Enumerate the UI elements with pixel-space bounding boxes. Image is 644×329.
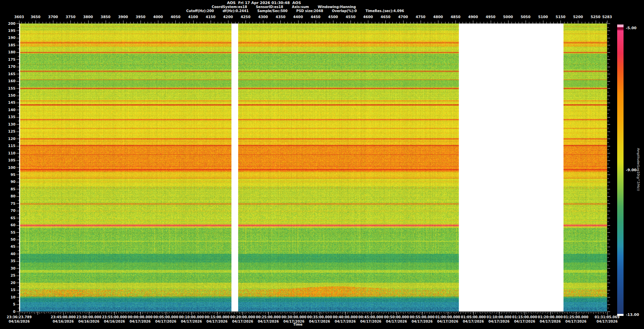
time-axis-minute-tick <box>496 312 496 314</box>
freq-axis-right-major-tick <box>607 96 610 96</box>
time-axis-minor-tick <box>156 312 156 313</box>
colorbar-mid-label: -9.00 <box>626 168 637 172</box>
time-axis-minor-tick <box>438 312 438 313</box>
time-axis-minor-tick <box>72 312 72 313</box>
time-axis-minor-tick <box>228 312 228 313</box>
time-axis-minor-tick <box>581 312 582 313</box>
top-axis-minor-tick <box>267 22 267 23</box>
time-axis-minor-tick <box>484 312 484 313</box>
time-axis-minor-tick <box>571 312 572 313</box>
time-axis-label-time: 01:15:00.000 <box>512 315 537 320</box>
freq-axis-right-major-tick <box>607 124 610 125</box>
time-axis-minor-tick <box>84 312 85 313</box>
time-axis-minute-tick <box>517 312 517 314</box>
time-axis-minor-tick <box>585 312 585 313</box>
time-axis-minute-tick <box>445 312 445 314</box>
time-axis-label-date: 04/17/2026 <box>564 320 588 324</box>
freq-axis-minor-tick <box>18 257 19 258</box>
freq-axis-minor-tick <box>18 171 19 172</box>
time-axis-label-time: 00:15:00.000 <box>205 315 229 320</box>
freq-axis-major-tick <box>16 67 19 67</box>
time-axis-minute-tick <box>35 312 35 314</box>
time-axis-minor-tick <box>428 312 428 313</box>
time-axis-minute-tick <box>234 312 235 314</box>
top-axis-minor-tick <box>424 22 424 23</box>
time-axis-minor-tick <box>528 312 529 313</box>
time-axis-minor-tick <box>498 312 498 313</box>
time-axis-minute-tick <box>419 312 419 314</box>
freq-axis-right-major-tick <box>607 254 610 254</box>
time-axis-minute-tick <box>342 312 342 314</box>
freq-axis-right-minor-tick <box>607 250 609 251</box>
freq-axis-label: 10 <box>4 295 15 299</box>
top-axis-minor-tick <box>540 22 540 23</box>
time-axis-label-time: 00:25:00.000 <box>256 315 281 320</box>
time-axis-label: 01:15:00.00004/17/2026 <box>512 315 537 324</box>
time-axis-minor-tick <box>411 312 411 313</box>
top-axis-major-tick <box>596 20 596 23</box>
top-axis-major-tick <box>228 20 228 23</box>
freq-axis-label: 15 <box>4 288 15 292</box>
time-axis-minor-tick <box>77 312 77 313</box>
time-axis-minor-tick <box>144 312 144 313</box>
time-axis-minute-tick <box>270 312 271 314</box>
time-axis-minor-tick <box>344 312 344 313</box>
time-axis-minor-tick <box>67 312 67 313</box>
time-axis-minor-tick <box>226 312 226 313</box>
freq-axis-minor-tick <box>18 207 19 207</box>
time-axis-label-date: 04/17/2026 <box>486 320 511 324</box>
time-axis-label: 00:25:00.00004/17/2026 <box>256 315 281 324</box>
freq-axis-right-major-tick <box>607 132 610 132</box>
time-axis-minor-tick <box>339 312 339 313</box>
time-axis-minute-tick <box>111 312 112 314</box>
time-axis-minor-tick <box>349 312 349 313</box>
freq-axis-major-tick <box>16 81 19 82</box>
spectrogram-canvas[interactable] <box>19 23 607 312</box>
top-axis-minor-tick <box>463 22 463 23</box>
top-axis-minor-tick <box>50 22 50 23</box>
freq-axis-major-tick <box>16 45 19 45</box>
time-axis-major-tick <box>550 312 551 315</box>
time-axis-minor-tick <box>587 312 587 313</box>
time-axis-minute-tick <box>598 312 599 314</box>
freq-axis-right-minor-tick <box>607 301 609 301</box>
time-axis-minor-tick <box>247 312 247 313</box>
time-axis-minute-tick <box>209 312 209 314</box>
time-axis-major-tick <box>38 312 38 315</box>
time-axis-minute-tick <box>552 312 553 314</box>
time-axis-minor-tick <box>551 312 551 313</box>
time-axis-major-tick <box>422 312 422 315</box>
freq-axis-minor-tick <box>18 308 19 308</box>
top-axis-minor-tick <box>582 22 582 23</box>
time-axis-minor-tick <box>313 312 313 313</box>
top-axis-minor-tick <box>231 22 232 23</box>
time-axis-minute-tick <box>588 312 589 314</box>
time-axis-label-time: 01:25:00.000 <box>564 315 588 320</box>
top-axis-minor-tick <box>347 22 347 23</box>
time-axis-label-time: 00:20:00.000 <box>230 315 255 320</box>
time-axis-minute-tick <box>199 312 199 314</box>
time-axis-minute-tick <box>178 312 178 314</box>
time-axis-minor-tick <box>48 312 49 313</box>
time-axis-minor-tick <box>354 312 355 313</box>
time-axis-minute-tick <box>122 312 122 314</box>
freq-axis-right-minor-tick <box>607 49 609 49</box>
top-axis-major-tick <box>70 20 71 23</box>
freq-axis-right-minor-tick <box>607 142 609 143</box>
time-axis-minute-tick <box>337 312 337 314</box>
time-axis-minor-tick <box>446 312 447 313</box>
time-axis-minute-tick <box>501 312 501 314</box>
time-axis-minor-tick <box>212 312 213 313</box>
top-axis-minor-tick <box>323 22 323 23</box>
freq-axis-minor-tick <box>18 222 19 222</box>
time-axis-minor-tick <box>164 312 165 313</box>
freq-axis-minor-tick <box>18 200 19 200</box>
top-axis-minor-tick <box>435 22 435 23</box>
time-axis-minor-tick <box>169 312 170 313</box>
top-axis-major-tick <box>263 20 263 23</box>
top-axis-major-tick <box>53 20 53 23</box>
top-axis-minor-tick <box>126 22 127 23</box>
top-axis-minor-tick <box>165 22 165 23</box>
freq-axis-major-tick <box>16 196 19 197</box>
top-axis-minor-tick <box>270 22 270 23</box>
